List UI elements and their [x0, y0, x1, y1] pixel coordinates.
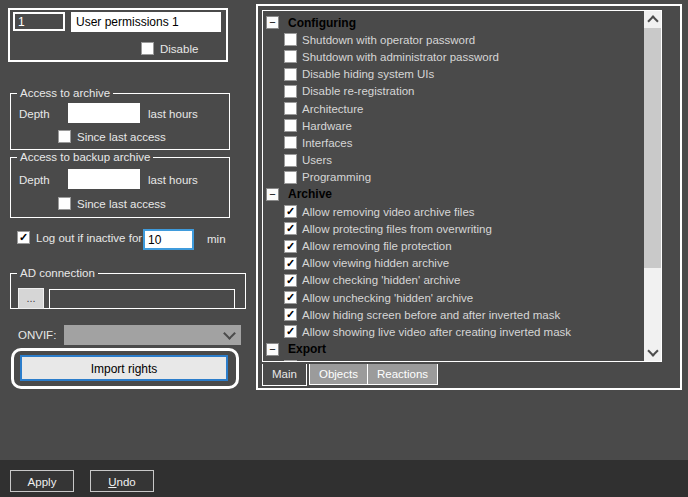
tree-item-checkbox[interactable]	[284, 136, 297, 149]
disable-checkbox[interactable]	[141, 42, 154, 55]
tab-objects[interactable]: Objects	[309, 364, 368, 385]
tree-item-checkbox[interactable]: ✓	[284, 291, 297, 304]
tree-section-row[interactable]: −Export	[263, 341, 644, 358]
tree-item-row[interactable]: Architecture	[263, 100, 644, 117]
tree-item-row[interactable]: ✓Allow showing live video after creating…	[263, 323, 644, 340]
tree-item-checkbox[interactable]	[284, 154, 297, 167]
tree-item-row[interactable]: Disable hiding system UIs	[263, 66, 644, 83]
apply-button[interactable]: Apply	[10, 470, 74, 492]
tree-item-label: Hardware	[302, 120, 352, 132]
rights-tree: −ConfiguringShutdown with operator passw…	[262, 10, 662, 362]
scroll-down-button[interactable]	[644, 344, 661, 361]
tree-item-checkbox[interactable]	[284, 50, 297, 63]
depth-label: Depth	[19, 108, 50, 120]
tree-item-checkbox[interactable]	[284, 360, 297, 361]
tree-section-row[interactable]: −Configuring	[263, 14, 644, 31]
since-last-access-label: Since last access	[77, 131, 166, 143]
logout-checkbox[interactable]: ✓	[17, 231, 30, 244]
tree-item-row[interactable]: ✓Allow removing file protection	[263, 237, 644, 254]
since-last-access-label: Since last access	[77, 198, 166, 210]
logout-minutes-field[interactable]	[143, 229, 194, 250]
undo-button[interactable]: Undo	[90, 470, 154, 492]
tree-item-row[interactable]: Programming	[263, 169, 644, 186]
browse-button[interactable]: ...	[18, 288, 44, 309]
since-last-access-row: Since last access	[58, 197, 166, 210]
tab-reactions[interactable]: Reactions	[367, 364, 438, 385]
tree-item-row[interactable]: ✓Allow hiding screen before and after in…	[263, 306, 644, 323]
onvif-dropdown[interactable]	[64, 325, 241, 345]
import-rights-button[interactable]: Import rights	[20, 355, 228, 381]
tree-item-row[interactable]: ✓Allow viewing hidden archive	[263, 255, 644, 272]
tree-item-row[interactable]: ✓Allow unchecking 'hidden' archive	[263, 289, 644, 306]
logout-row: ✓ Log out if inactive for	[17, 231, 142, 244]
tree-item-label: Allow checking 'hidden' archive	[302, 274, 460, 286]
tree-item-checkbox[interactable]: ✓	[284, 257, 297, 270]
ad-connection-group: AD connection ...	[10, 267, 246, 309]
tree-item-checkbox[interactable]	[284, 171, 297, 184]
tree-item-row[interactable]: ✓Allow removing video archive files	[263, 203, 644, 220]
scrollbar-thumb[interactable]	[644, 28, 661, 268]
tab-strip: MainObjectsReactions	[262, 364, 438, 388]
tree-item-row[interactable]: Interfaces	[263, 134, 644, 151]
collapse-icon[interactable]: −	[266, 343, 279, 356]
identity-box: Disable	[8, 8, 228, 62]
tree-item-checkbox[interactable]: ✓	[284, 240, 297, 253]
onvif-label: ONVIF:	[18, 329, 56, 341]
tree-item-label: Allow unchecking 'hidden' archive	[302, 292, 473, 304]
tree-item-checkbox[interactable]	[284, 102, 297, 115]
tree-item-row[interactable]: ✓Allow protecting files from overwriting	[263, 220, 644, 237]
permission-name-field[interactable]	[71, 12, 221, 32]
tree-item-checkbox[interactable]	[284, 85, 297, 98]
access-to-archive-group: Access to archive Depth last hours Since…	[10, 87, 230, 150]
tree-item-row[interactable]: ✓Allow checking 'hidden' archive	[263, 272, 644, 289]
archive-depth-field[interactable]	[68, 103, 140, 123]
collapse-icon[interactable]: −	[266, 188, 279, 201]
tree-item-label: Disable re-registration	[302, 85, 415, 97]
tree-item-checkbox[interactable]: ✓	[284, 205, 297, 218]
tree-item-label: Shutdown with operator password	[302, 34, 475, 46]
chevron-down-icon	[647, 345, 658, 356]
since-last-access-checkbox[interactable]	[58, 197, 71, 210]
collapse-icon[interactable]: −	[266, 16, 279, 29]
tree-item-checkbox[interactable]: ✓	[284, 325, 297, 338]
tree-item-label: Architecture	[302, 103, 363, 115]
tree-item-label: Allow removing video archive files	[302, 206, 475, 218]
since-last-access-checkbox[interactable]	[58, 130, 71, 143]
tree-item-row[interactable]: Shutdown with administrator password	[263, 48, 644, 65]
tree-section-label: Archive	[288, 187, 332, 201]
tree-item-label: Allow protecting files from overwriting	[302, 223, 492, 235]
tree-item-label: Allow hiding screen before and after inv…	[302, 309, 560, 321]
tree-item-checkbox[interactable]: ✓	[284, 222, 297, 235]
last-hours-label: last hours	[148, 174, 198, 186]
backup-depth-field[interactable]	[68, 169, 140, 189]
tree-item-row-clipped[interactable]	[263, 358, 644, 361]
user-permissions-settings-window: { "identity": { "id_value": "1", "name_v…	[0, 0, 688, 497]
tree-item-checkbox[interactable]: ✓	[284, 308, 297, 321]
tree-item-checkbox[interactable]	[284, 119, 297, 132]
tree-item-checkbox[interactable]	[284, 68, 297, 81]
disable-label: Disable	[160, 43, 198, 55]
tree-item-label: Allow viewing hidden archive	[302, 257, 449, 269]
depth-label: Depth	[19, 174, 50, 186]
last-hours-label: last hours	[148, 108, 198, 120]
scroll-up-button[interactable]	[644, 11, 661, 28]
tree-section-row[interactable]: −Archive	[263, 186, 644, 203]
access-to-backup-archive-group: Access to backup archive Depth last hour…	[10, 151, 230, 218]
tree-item-row[interactable]: Shutdown with operator password	[263, 31, 644, 48]
tree-item-checkbox[interactable]: ✓	[284, 274, 297, 287]
undo-mnemonic: U	[108, 476, 116, 488]
access-to-archive-title: Access to archive	[17, 87, 113, 99]
ad-connection-title: AD connection	[17, 267, 98, 279]
tree-item-row[interactable]: Hardware	[263, 117, 644, 134]
vertical-scrollbar[interactable]	[644, 11, 661, 361]
tree-item-checkbox[interactable]	[284, 33, 297, 46]
tab-main[interactable]: Main	[262, 364, 307, 386]
tree-item-row[interactable]: Users	[263, 152, 644, 169]
permission-id-field[interactable]	[13, 12, 65, 31]
ad-connection-field[interactable]	[49, 289, 235, 309]
tree-item-row[interactable]: Disable re-registration	[263, 83, 644, 100]
undo-rest: ndo	[117, 476, 136, 488]
tree-item-label: Interfaces	[302, 137, 353, 149]
logout-label: Log out if inactive for	[36, 232, 142, 244]
access-to-backup-archive-title: Access to backup archive	[17, 151, 153, 163]
